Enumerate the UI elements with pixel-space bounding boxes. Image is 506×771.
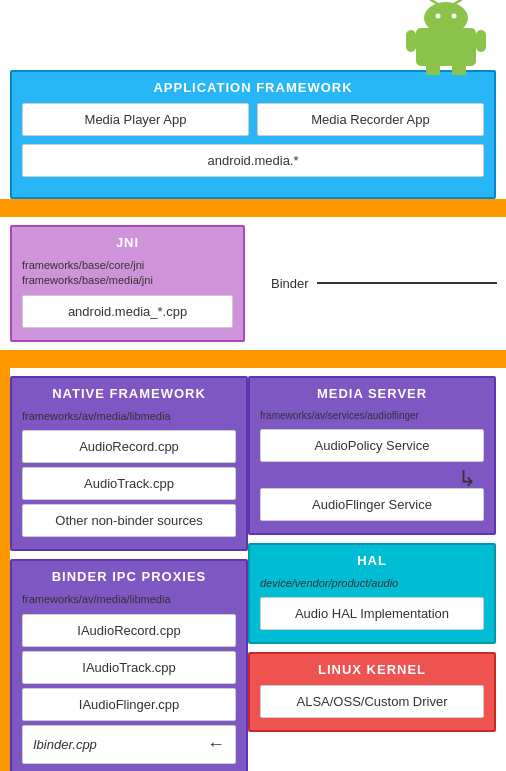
alsa-oss-box: ALSA/OSS/Custom Driver	[260, 685, 484, 718]
audio-flinger-service-box: AudioFlinger Service	[260, 488, 484, 521]
binder-text: Binder	[271, 276, 309, 291]
media-player-box: Media Player App	[22, 103, 249, 136]
android-logo	[406, 0, 486, 75]
arrow-left-icon: ←	[207, 734, 225, 755]
audio-hal-box: Audio HAL Implementation	[260, 597, 484, 630]
bottom-wrapper: NATIVE FRAMEWORK frameworks/av/media/lib…	[0, 368, 506, 771]
audio-record-box: AudioRecord.cpp	[22, 430, 236, 463]
right-column: MEDIA SERVER frameworks/av/services/audi…	[248, 368, 506, 771]
svg-rect-8	[426, 62, 440, 75]
binder-label: Binder	[271, 276, 497, 291]
jni-paths: frameworks/base/core/jni frameworks/base…	[22, 258, 233, 289]
iaudio-record-box: IAudioRecord.cpp	[22, 614, 236, 647]
jni-cpp-box: android.media_*.cpp	[22, 295, 233, 328]
svg-rect-9	[452, 62, 466, 75]
svg-line-4	[431, 0, 438, 4]
audio-policy-box: AudioPolicy Service	[260, 429, 484, 462]
orange-divider-2	[0, 350, 506, 368]
ibinder-box: Ibinder.cpp ←	[22, 725, 236, 764]
media-server-section: MEDIA SERVER frameworks/av/services/audi…	[248, 376, 496, 535]
binder-ipc-title: BINDER IPC PROXIES	[22, 569, 236, 584]
binder-area: Binder	[251, 217, 506, 350]
other-non-binder-box: Other non-binder sources	[22, 504, 236, 537]
app-row2: android.media.*	[22, 144, 484, 177]
linux-kernel-title: LINUX KERNEL	[260, 662, 484, 677]
jni-section: JNI frameworks/base/core/jni frameworks/…	[10, 225, 245, 342]
audio-track-box: AudioTrack.cpp	[22, 467, 236, 500]
native-framework-section: NATIVE FRAMEWORK frameworks/av/media/lib…	[10, 376, 248, 551]
left-column: NATIVE FRAMEWORK frameworks/av/media/lib…	[0, 368, 248, 771]
iaudio-track-box: IAudioTrack.cpp	[22, 651, 236, 684]
app-framework-section: APPLICATION FRAMEWORK Media Player App M…	[10, 70, 496, 199]
jni-title: JNI	[22, 235, 233, 250]
media-server-path: frameworks/av/services/audioflinger	[260, 409, 484, 423]
svg-point-2	[436, 14, 441, 19]
svg-rect-7	[476, 30, 486, 52]
native-framework-path: frameworks/av/media/libmedia	[22, 409, 236, 424]
svg-point-3	[452, 14, 457, 19]
binder-line	[317, 282, 497, 284]
native-framework-title: NATIVE FRAMEWORK	[22, 386, 236, 401]
iaudio-flinger-box: IAudioFlinger.cpp	[22, 688, 236, 721]
svg-point-1	[424, 2, 468, 34]
app-framework-title: APPLICATION FRAMEWORK	[22, 80, 484, 95]
linux-kernel-section: LINUX KERNEL ALSA/OSS/Custom Driver	[248, 652, 496, 732]
hal-title: HAL	[260, 553, 484, 568]
hal-section: HAL device/vendor/product/audio Audio HA…	[248, 543, 496, 644]
hal-path: device/vendor/product/audio	[260, 576, 484, 591]
orange-divider	[0, 199, 506, 217]
binder-ipc-section: BINDER IPC PROXIES frameworks/av/media/l…	[10, 559, 248, 771]
app-row1: Media Player App Media Recorder App	[22, 103, 484, 136]
svg-line-5	[454, 0, 461, 4]
svg-rect-6	[406, 30, 416, 52]
middle-row: JNI frameworks/base/core/jni frameworks/…	[0, 217, 506, 350]
binder-ipc-path: frameworks/av/media/libmedia	[22, 592, 236, 607]
bottom-sections: NATIVE FRAMEWORK frameworks/av/media/lib…	[0, 368, 506, 771]
android-media-box: android.media.*	[22, 144, 484, 177]
media-recorder-box: Media Recorder App	[257, 103, 484, 136]
media-server-title: MEDIA SERVER	[260, 386, 484, 401]
